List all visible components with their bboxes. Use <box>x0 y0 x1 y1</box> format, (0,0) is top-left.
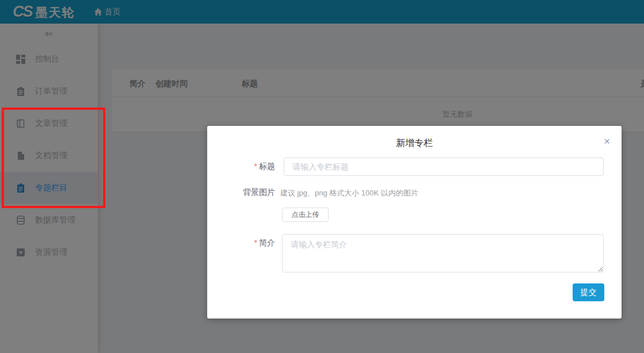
add-column-dialog: 新增专栏 × *标题 背景图片 建议 jpg、png 格式大小 100K 以内的… <box>207 126 622 319</box>
required-asterisk: * <box>254 162 257 171</box>
dialog-title: 新增专栏 <box>207 137 622 149</box>
required-asterisk: * <box>254 238 257 247</box>
title-field-label: *标题 <box>207 162 275 172</box>
close-icon[interactable]: × <box>604 136 610 147</box>
title-input[interactable] <box>284 158 604 176</box>
submit-button[interactable]: 提交 <box>573 283 604 301</box>
screen: CS 墨天轮 首页 ⇐ 控制台 订单管理 <box>0 0 644 353</box>
bg-image-field-label: 背景图片 <box>207 187 275 198</box>
intro-textarea[interactable] <box>282 234 604 273</box>
bg-image-hint: 建议 jpg、png 格式大小 100K 以内的图片 <box>280 188 418 198</box>
intro-field-label: *简介 <box>207 238 275 248</box>
upload-button[interactable]: 点击上传 <box>282 208 329 222</box>
